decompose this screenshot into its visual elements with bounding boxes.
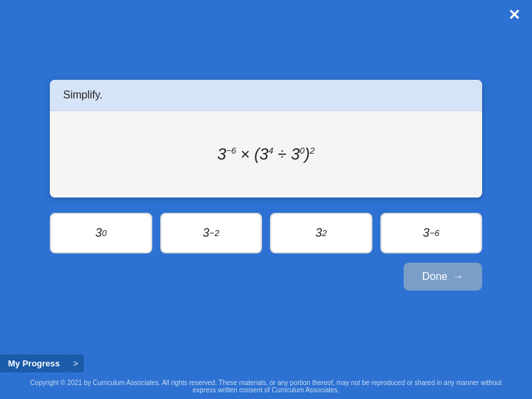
question-header: Simplify. <box>50 80 482 111</box>
simplify-label: Simplify. <box>63 89 102 100</box>
close-button[interactable]: ✕ <box>508 8 520 23</box>
my-progress-label: My Progress <box>0 354 68 372</box>
answer-choice-4[interactable]: 3−6 <box>380 213 483 253</box>
math-expression: 3−6 × (34 ÷ 30)2 <box>217 145 315 164</box>
answer-choice-2[interactable]: 3−2 <box>160 213 263 253</box>
done-arrow: → <box>453 271 464 283</box>
answer-choice-3[interactable]: 32 <box>270 213 372 253</box>
question-body: 3−6 × (34 ÷ 30)2 <box>50 111 482 198</box>
question-card: Simplify. 3−6 × (34 ÷ 30)2 <box>50 80 482 198</box>
footer-text: Copyright © 2021 by Curriculum Associate… <box>0 379 532 394</box>
answer-choice-1[interactable]: 30 <box>50 213 152 253</box>
done-button[interactable]: Done → <box>404 263 482 291</box>
done-label: Done <box>422 271 448 283</box>
my-progress-chevron[interactable]: > <box>68 354 84 372</box>
answer-row: 30 3−2 32 3−6 <box>50 213 482 253</box>
my-progress-bar: My Progress > <box>0 354 84 372</box>
